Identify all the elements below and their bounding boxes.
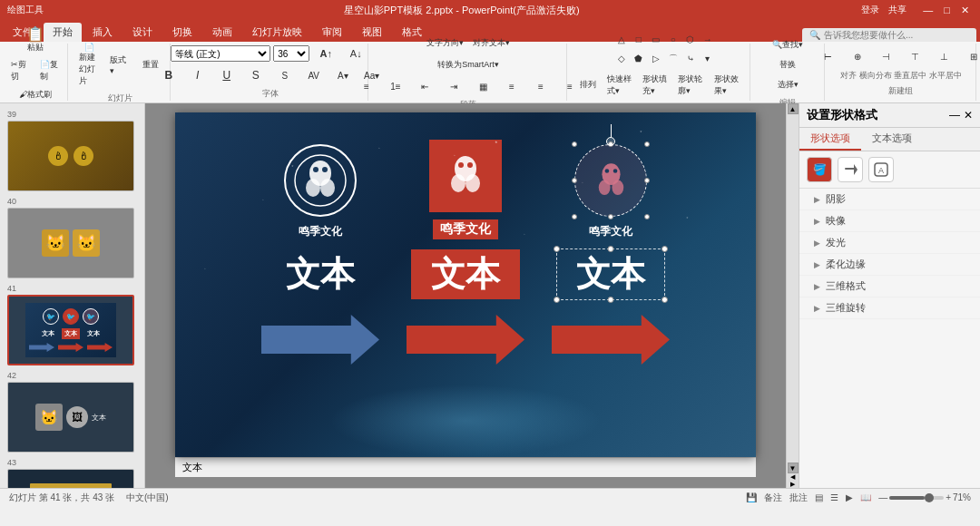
- panel-close-btn[interactable]: ✕: [964, 109, 973, 122]
- text-3[interactable]: 文本: [556, 248, 665, 300]
- tab-view[interactable]: 视图: [353, 23, 391, 42]
- search-icon: 🔍: [809, 30, 820, 40]
- 3d-format-section[interactable]: ▶ 三维格式: [799, 276, 980, 297]
- align-bottom-obj[interactable]: ⊞: [960, 48, 980, 66]
- replace-button[interactable]: 替换: [774, 55, 801, 73]
- cut-button[interactable]: ✂剪切: [7, 57, 34, 84]
- decrease-font-button[interactable]: A↓: [342, 44, 369, 63]
- font-size-select[interactable]: 36: [273, 45, 309, 62]
- align-center-btn[interactable]: ≡: [527, 77, 554, 95]
- editor-scrollbar[interactable]: ▲ ▼ ◀ ▶: [786, 103, 799, 488]
- tab-transitions[interactable]: 切换: [163, 23, 201, 42]
- zoom-out-btn[interactable]: —: [878, 492, 887, 502]
- minimize-btn[interactable]: —: [919, 5, 936, 15]
- zoom-in-btn[interactable]: +: [946, 492, 951, 502]
- slide-thumb-43[interactable]: 43: [7, 458, 137, 488]
- convert-smartart-button[interactable]: 转换为SmartArt▾: [434, 55, 503, 73]
- normal-view-btn[interactable]: ▤: [815, 492, 823, 502]
- login-btn[interactable]: 登录: [861, 4, 879, 16]
- scroll-arrow-1[interactable]: ◀: [788, 473, 799, 481]
- align-center-obj[interactable]: ⊕: [844, 48, 871, 66]
- panel-tab-text[interactable]: 文本选项: [861, 128, 923, 151]
- italic-button[interactable]: I: [184, 66, 211, 84]
- quick-style-button[interactable]: 快速样式▾: [603, 72, 637, 99]
- share-btn[interactable]: 共享: [888, 4, 906, 16]
- paste-button[interactable]: 📋 粘贴: [22, 25, 49, 55]
- layout-button[interactable]: 版式▾: [106, 53, 133, 77]
- scroll-down-btn[interactable]: ▼: [788, 463, 799, 473]
- list-btn[interactable]: ≡: [353, 77, 380, 95]
- arrange-button[interactable]: 排列: [574, 76, 602, 94]
- align-left-obj[interactable]: ⊢: [815, 48, 842, 66]
- logo-3[interactable]: 鸣季文化: [574, 144, 647, 239]
- tab-slideshow[interactable]: 幻灯片放映: [243, 23, 311, 42]
- tab-insert[interactable]: 插入: [83, 23, 122, 42]
- reflection-section[interactable]: ▶ 映像: [799, 210, 980, 232]
- align-text-button[interactable]: 对齐文本▾: [469, 34, 514, 52]
- svg-point-13: [612, 180, 623, 195]
- svg-point-12: [598, 180, 610, 195]
- close-btn[interactable]: ✕: [957, 5, 973, 16]
- zoom-level[interactable]: 71%: [953, 492, 971, 502]
- copy-button[interactable]: 📄复制: [36, 57, 64, 84]
- notes-btn[interactable]: 备注: [764, 492, 782, 504]
- bold-button[interactable]: B: [155, 66, 182, 84]
- scroll-arrow-2[interactable]: ▶: [788, 481, 799, 488]
- char-spacing-button[interactable]: AV: [300, 66, 328, 84]
- font-name-select[interactable]: 等线 (正文): [171, 45, 270, 62]
- shadow-button[interactable]: S: [271, 66, 299, 84]
- slide-thumb-40[interactable]: 40 🐱 🐱: [7, 197, 137, 278]
- indent-less-btn[interactable]: ⇤: [411, 77, 438, 95]
- zoom-slider[interactable]: [889, 496, 944, 500]
- find-button[interactable]: 🔍查找▾: [769, 35, 807, 54]
- shadow-section[interactable]: ▶ 阴影: [799, 189, 980, 210]
- backup-icon: 💾: [746, 492, 757, 502]
- scroll-up-btn[interactable]: ▲: [788, 103, 799, 114]
- panel-minimize-btn[interactable]: —: [949, 109, 960, 122]
- search-input[interactable]: [824, 30, 969, 40]
- shape-fill-button[interactable]: 形状填充▾: [639, 72, 672, 99]
- align-top-obj[interactable]: ⊤: [902, 48, 929, 66]
- slideshow-view-btn[interactable]: ▶: [846, 492, 853, 502]
- tab-design[interactable]: 设计: [123, 23, 162, 42]
- new-slide-icon: 📄: [84, 43, 94, 52]
- text-direction-button[interactable]: 文字方向▾: [423, 34, 467, 52]
- reflection-label: 映像: [826, 214, 846, 228]
- tab-review[interactable]: 审阅: [313, 23, 351, 42]
- slide-thumb-42[interactable]: 42 🐱 🖼 文本: [7, 371, 137, 453]
- shape-btn-6[interactable]: →: [694, 31, 721, 49]
- strikethrough-button[interactable]: S: [242, 66, 270, 84]
- format-shape-panel: 设置形状格式 — ✕ 形状选项 文本选项 🪣 A: [799, 103, 980, 488]
- shape-more[interactable]: ▾: [694, 50, 721, 68]
- align-left-btn[interactable]: ≡: [498, 77, 525, 95]
- soft-edges-section[interactable]: ▶ 柔化边缘: [799, 254, 980, 276]
- glow-section[interactable]: ▶ 发光: [799, 232, 980, 254]
- reading-view-btn[interactable]: 📖: [860, 492, 871, 502]
- fill-icon-btn[interactable]: 🪣: [807, 157, 832, 182]
- col-btn[interactable]: ▦: [469, 77, 496, 95]
- status-right: 💾 备注 批注 ▤ ☰ ▶ 📖 — + 71%: [746, 492, 971, 504]
- outline-view-btn[interactable]: ☰: [830, 492, 838, 502]
- effects-icon-btn[interactable]: A: [868, 157, 894, 182]
- slide-thumb-41[interactable]: 41 🐦 🐦 🐦 文本 文本 文本: [7, 284, 137, 365]
- slide-canvas[interactable]: ★ ★ ★ ★ ★ ★ ★ ★ ★ ★: [175, 112, 756, 457]
- line-icon-btn[interactable]: [838, 157, 863, 182]
- 3d-rotation-section[interactable]: ▶ 三维旋转: [799, 297, 980, 319]
- underline-button[interactable]: U: [213, 66, 240, 84]
- align-middle-obj[interactable]: ⊥: [931, 48, 958, 66]
- indent-more-btn[interactable]: ⇥: [440, 77, 467, 95]
- format-painter-button[interactable]: 🖌格式刷: [15, 86, 55, 104]
- shape-effect-button[interactable]: 形状效果▾: [710, 72, 744, 99]
- tab-animations[interactable]: 动画: [203, 23, 241, 42]
- shape-outline-button[interactable]: 形状轮廓▾: [674, 72, 708, 99]
- numbered-list-btn[interactable]: 1≡: [382, 77, 409, 95]
- increase-font-button[interactable]: A↑: [312, 44, 339, 63]
- panel-tab-shape[interactable]: 形状选项: [799, 128, 861, 151]
- maximize-btn[interactable]: □: [940, 5, 954, 15]
- select-button[interactable]: 选择▾: [774, 75, 802, 93]
- tab-start[interactable]: 开始: [44, 23, 82, 42]
- new-slide-button[interactable]: 📄 新建幻灯片: [75, 41, 103, 89]
- comments-btn[interactable]: 批注: [789, 492, 808, 504]
- slide-thumb-39[interactable]: 39 🕯 🕯: [7, 110, 137, 191]
- align-right-obj[interactable]: ⊣: [873, 48, 900, 66]
